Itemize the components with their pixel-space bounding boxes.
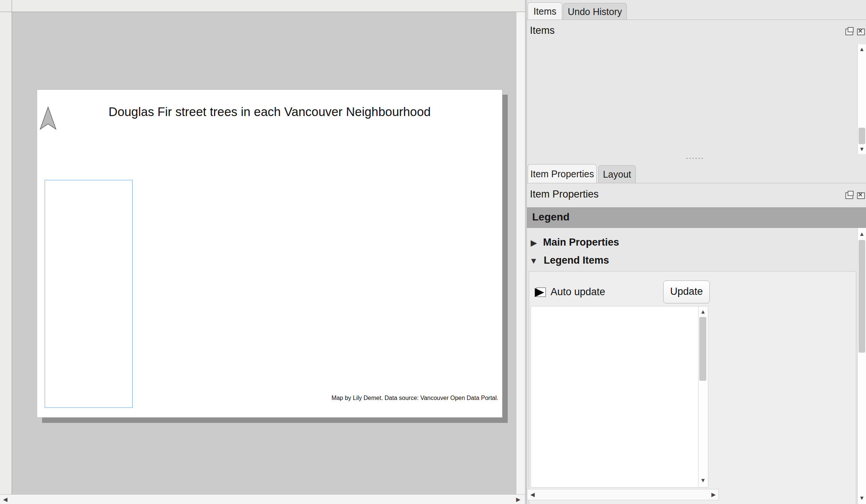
ruler-horizontal <box>12 0 525 12</box>
scroll-right-icon[interactable]: ▶ <box>514 495 523 504</box>
scrollbar-thumb[interactable] <box>699 317 706 381</box>
tab-item-properties[interactable]: Item Properties <box>528 164 597 183</box>
scroll-right-icon[interactable]: ▶ <box>709 490 718 499</box>
legend-tree-hscrollbar[interactable]: ◀ ▶ <box>527 489 719 500</box>
section-legend-items[interactable]: ▼Legend Items <box>530 255 609 266</box>
scroll-down-icon[interactable]: ▼ <box>857 494 866 502</box>
qgis-layout-window: { "rulers": { "top_labels": ["0","20","4… <box>0 0 866 504</box>
scroll-up-icon[interactable]: ▲ <box>857 230 866 238</box>
scroll-up-icon[interactable]: ▲ <box>699 308 708 316</box>
selected-item-header: Legend <box>527 207 866 228</box>
scroll-up-icon[interactable]: ▲ <box>857 45 866 53</box>
update-all-button[interactable]: Update All <box>663 281 710 303</box>
properties-tabbar: Item Properties Layout <box>527 164 866 183</box>
ruler-corner <box>0 0 12 12</box>
layout-view[interactable]: Douglas Fir street trees in each Vancouv… <box>12 12 516 494</box>
canvas-vertical-scrollbar[interactable] <box>516 12 525 494</box>
collapsed-arrow-icon[interactable]: ▶ <box>531 238 537 248</box>
map-legend-item[interactable] <box>45 180 133 408</box>
properties-panel-window-icons <box>845 192 865 199</box>
auto-update-checkbox[interactable] <box>536 287 546 297</box>
scroll-down-icon[interactable]: ▼ <box>857 145 866 153</box>
close-panel-icon[interactable] <box>857 192 865 199</box>
expanded-arrow-icon[interactable]: ▼ <box>530 256 538 266</box>
items-table-scrollbar[interactable]: ▲ ▼ <box>857 44 866 154</box>
scroll-left-icon[interactable]: ◀ <box>1 495 10 504</box>
ruler-vertical <box>0 12 12 494</box>
section-main-properties[interactable]: ▶Main Properties <box>531 237 619 248</box>
auto-update-label: Auto update <box>551 286 605 298</box>
scroll-down-icon[interactable]: ▼ <box>699 476 708 484</box>
items-tabbar: Items Undo History <box>527 2 866 20</box>
tab-undo-history[interactable]: Undo History <box>563 3 627 20</box>
map-attribution: Map by Lily Demet. Data source: Vancouve… <box>300 395 498 401</box>
legend-tree-scrollbar[interactable]: ▲ ▼ <box>698 306 708 487</box>
scroll-left-icon[interactable]: ◀ <box>528 490 537 499</box>
tab-layout[interactable]: Layout <box>598 165 636 183</box>
float-panel-icon[interactable] <box>845 192 853 199</box>
properties-panel-scrollbar[interactable]: ▲ ▼ <box>857 228 866 504</box>
float-panel-icon[interactable] <box>845 29 853 35</box>
page-shadow <box>502 95 508 423</box>
tab-items[interactable]: Items <box>528 2 562 20</box>
items-panel-window-icons <box>845 29 865 35</box>
page-shadow <box>42 418 508 423</box>
items-panel-title: Items <box>530 25 555 36</box>
canvas-horizontal-scrollbar[interactable]: ◀ ▶ <box>0 494 525 504</box>
layout-canvas[interactable]: Douglas Fir street trees in each Vancouv… <box>0 0 525 504</box>
scrollbar-thumb[interactable] <box>858 128 865 144</box>
close-panel-icon[interactable] <box>857 29 865 35</box>
properties-panel-title: Item Properties <box>530 189 599 200</box>
legend-items-tree[interactable] <box>531 306 708 487</box>
layout-page[interactable]: Douglas Fir street trees in each Vancouv… <box>37 89 502 418</box>
scrollbar-thumb[interactable] <box>858 240 865 353</box>
